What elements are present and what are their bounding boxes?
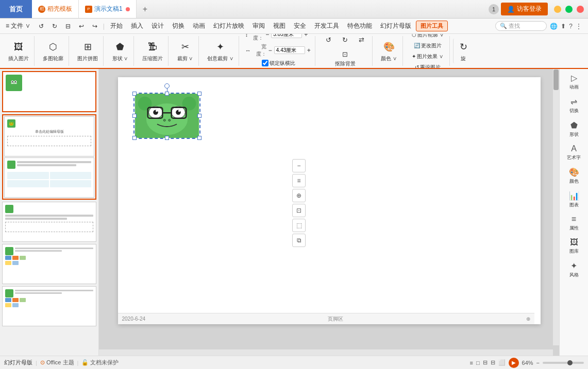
menu-start[interactable]: 开始 bbox=[107, 20, 126, 32]
menu-animation[interactable]: 动画 bbox=[189, 20, 209, 32]
search-bar[interactable]: 🔍 查找 bbox=[495, 21, 547, 31]
menu-special[interactable]: 特色功能 bbox=[344, 20, 376, 32]
right-style-button[interactable]: ✦ 风格 bbox=[561, 259, 587, 280]
change-picture-button[interactable]: 🔄 更改图片 bbox=[411, 41, 444, 50]
view-slide-icon[interactable]: □ bbox=[476, 360, 480, 366]
menu-slideshow[interactable]: 幻灯片放映 bbox=[210, 20, 248, 32]
help-icon[interactable]: ? bbox=[569, 23, 573, 30]
slide-thumb-4[interactable] bbox=[2, 202, 96, 242]
slide-thumb-3[interactable] bbox=[4, 157, 94, 198]
canvas-scrollbar-vertical[interactable] bbox=[553, 69, 559, 345]
right-color-button[interactable]: 🎨 颜色 bbox=[561, 165, 587, 187]
menu-redo[interactable]: ↻ bbox=[48, 21, 61, 31]
slide-master-label[interactable]: 幻灯片母版 bbox=[4, 359, 32, 366]
menu-back[interactable]: ↩ bbox=[75, 21, 88, 31]
menu-view[interactable]: 视图 bbox=[270, 20, 289, 32]
right-transition-button[interactable]: ⇌ 切换 bbox=[561, 95, 587, 116]
slide-thumb-6[interactable] bbox=[2, 286, 96, 326]
right-library-button[interactable]: 🖼 图库 bbox=[561, 236, 587, 257]
color-button[interactable]: 🎨 颜色 ∨ bbox=[379, 39, 399, 63]
multi-outline-button[interactable]: ⬡ 多图轮廓 bbox=[41, 39, 65, 63]
minimize-button[interactable] bbox=[554, 6, 561, 13]
bg-remove-button[interactable]: ⊡ 抠除背景 bbox=[333, 48, 358, 68]
maximize-button[interactable] bbox=[565, 6, 573, 13]
width-plus[interactable]: + bbox=[306, 47, 312, 54]
view-list-icon[interactable]: ≡ bbox=[469, 360, 473, 366]
zoom-thumb[interactable] bbox=[567, 360, 573, 365]
menu-design[interactable]: 设计 bbox=[148, 20, 167, 32]
close-button[interactable] bbox=[577, 6, 584, 13]
width-minus[interactable]: − bbox=[267, 47, 273, 54]
height-plus[interactable]: + bbox=[303, 34, 309, 38]
lock-ratio-checkbox[interactable]: 锁定纵横比 bbox=[262, 60, 295, 67]
scroll-thumb-vertical[interactable] bbox=[553, 69, 559, 90]
picture-view-button[interactable]: ⊞ 图片拼图 bbox=[75, 39, 100, 63]
menu-file[interactable]: ≡ 文件 ∨ bbox=[2, 20, 34, 32]
login-button[interactable]: 👤 访客登录 bbox=[501, 3, 548, 15]
globe-icon[interactable]: 🌐 bbox=[550, 23, 558, 30]
width-input[interactable] bbox=[274, 46, 305, 54]
menu-format[interactable]: ⊟ bbox=[62, 21, 74, 31]
canvas-selected-image[interactable] bbox=[133, 93, 200, 139]
zoom-minus[interactable]: − bbox=[536, 360, 540, 366]
float-frame-button[interactable]: ⬚ bbox=[292, 219, 306, 232]
right-chart-button[interactable]: 📊 图表 bbox=[561, 189, 587, 210]
menu-devtools[interactable]: 开发工具 bbox=[311, 20, 343, 32]
tab-home[interactable]: 首页 bbox=[0, 0, 32, 18]
flip-h-button[interactable]: ⇄ bbox=[355, 34, 369, 46]
creative-crop-button[interactable]: ✦ 创意裁剪 ∨ bbox=[205, 39, 236, 63]
slide-thumb-5[interactable] bbox=[2, 244, 96, 284]
float-zoom-in-button[interactable]: ⊕ bbox=[292, 189, 306, 202]
handle-top-middle[interactable] bbox=[165, 92, 169, 96]
handle-bottom-middle[interactable] bbox=[165, 136, 169, 140]
right-animation-button[interactable]: ▷ 动画 bbox=[561, 71, 587, 93]
reset-picture-button[interactable]: ↺ 重设图片 bbox=[412, 63, 443, 69]
menu-security[interactable]: 安全 bbox=[290, 20, 310, 32]
menu-forward[interactable]: ↪ bbox=[89, 21, 101, 31]
picture-effect-button[interactable]: ✦ 图片效果 ∨ bbox=[409, 52, 446, 61]
float-layers-button[interactable]: ≡ bbox=[292, 174, 306, 187]
zoom-slider[interactable] bbox=[543, 362, 584, 364]
float-minus-button[interactable]: − bbox=[292, 159, 306, 172]
handle-bottom-right[interactable] bbox=[197, 136, 201, 140]
handle-top-left[interactable] bbox=[132, 92, 137, 96]
menu-picture-tools[interactable]: 图片工具 bbox=[416, 21, 448, 31]
handle-top-right[interactable] bbox=[197, 92, 201, 96]
rotate-left-button[interactable]: ↺ bbox=[322, 34, 336, 46]
tab-add-button[interactable]: + bbox=[137, 5, 154, 14]
slide-thumb-2[interactable]: 🐸 单击此处编辑母版 bbox=[4, 116, 94, 156]
menu-transition[interactable]: 切换 bbox=[169, 20, 188, 32]
rotate-button[interactable]: ↻ 旋 bbox=[453, 39, 474, 63]
right-shape-button[interactable]: ⬟ 形状 bbox=[561, 118, 587, 140]
right-wordart-button[interactable]: A 艺术字 bbox=[561, 142, 587, 163]
menu-slidemaster[interactable]: 幻灯片母版 bbox=[377, 20, 415, 32]
shape-button[interactable]: ⬟ 形状 ∨ bbox=[110, 39, 130, 63]
handle-middle-left[interactable] bbox=[132, 114, 137, 118]
rotate-right-button[interactable]: ↻ bbox=[338, 34, 352, 46]
rotate-handle[interactable] bbox=[164, 83, 170, 89]
right-properties-button[interactable]: ≡ 属性 bbox=[561, 213, 587, 234]
menu-review[interactable]: 审阅 bbox=[249, 20, 268, 32]
tab-template[interactable]: 稻 稻壳模板 bbox=[32, 0, 79, 18]
view-grid-icon[interactable]: ⊟ bbox=[483, 359, 488, 366]
handle-middle-right[interactable] bbox=[197, 114, 201, 118]
upload-icon[interactable]: ⬆ bbox=[561, 23, 566, 30]
canvas-scrollbar-horizontal[interactable] bbox=[99, 349, 553, 356]
slide-thumb-1[interactable] bbox=[2, 71, 96, 112]
insert-picture-button[interactable]: 🖼 插入图片 bbox=[6, 39, 31, 63]
play-button[interactable]: ▶ bbox=[509, 358, 519, 368]
float-copy-button[interactable]: ⧉ bbox=[292, 234, 306, 247]
menu-undo[interactable]: ↺ bbox=[35, 21, 47, 31]
float-crop-button[interactable]: ⊡ bbox=[292, 204, 306, 217]
compress-button[interactable]: 🗜 压缩图片 bbox=[140, 39, 165, 63]
tab-close-dot[interactable] bbox=[126, 7, 130, 11]
crop-button[interactable]: ✂ 裁剪 ∨ bbox=[175, 39, 195, 63]
height-input[interactable] bbox=[271, 34, 302, 38]
height-minus[interactable]: − bbox=[264, 34, 270, 38]
tab-doc[interactable]: P 演示文稿1 bbox=[79, 0, 137, 18]
picture-outline-button[interactable]: ⬡ 图片轮廓 ∨ bbox=[409, 34, 446, 40]
slide-canvas[interactable]: 2020-6-24 页脚区 ⊕ bbox=[118, 77, 541, 324]
menu-insert[interactable]: 插入 bbox=[127, 20, 147, 32]
handle-bottom-left[interactable] bbox=[132, 136, 137, 140]
office-theme-text[interactable]: Office 主题 bbox=[46, 359, 74, 365]
